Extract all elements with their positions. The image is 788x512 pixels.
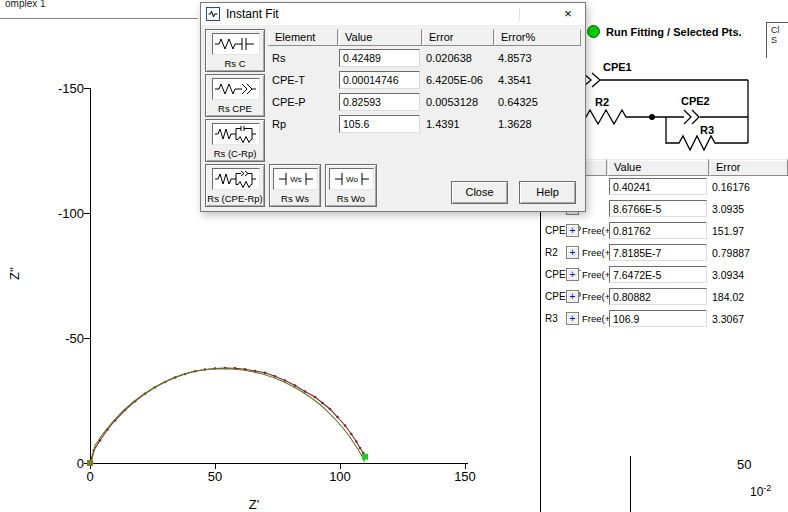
param-row: CPE2-P + Free(+) 184.02	[540, 286, 788, 308]
param-error: 184.02	[712, 291, 744, 303]
x-axis-line	[90, 463, 468, 464]
expand-plus-button[interactable]: +	[566, 224, 579, 237]
r3-label: R3	[700, 124, 714, 136]
button-label: Rs (CPE-Rp)	[206, 193, 264, 204]
param-name: R3	[545, 313, 558, 324]
circuit-node-dot	[649, 114, 655, 120]
param-value-input[interactable]	[609, 200, 707, 217]
fit-result-row: Rp 1.4391 1.3628	[201, 115, 585, 137]
param-name: R2	[545, 247, 558, 258]
dialog-titlebar[interactable]: Instant Fit ×	[201, 3, 585, 25]
fragment-text: S	[771, 35, 788, 45]
errorpct-column-header: Error%	[494, 29, 581, 46]
element-error: 1.4391	[426, 118, 460, 130]
expand-plus-button[interactable]: +	[566, 246, 579, 259]
value-column-header: Value	[338, 29, 422, 46]
param-value-input[interactable]	[609, 178, 707, 195]
param-value-input[interactable]	[609, 288, 707, 305]
y-tick	[84, 88, 90, 89]
param-error: 3.3067	[712, 313, 744, 325]
svg-text:Ws: Ws	[290, 175, 302, 184]
expand-plus-button[interactable]: +	[566, 268, 579, 281]
rs-ws-button[interactable]: Ws Rs Ws	[269, 164, 321, 207]
param-row: R2 + Free(+) 0.79887	[540, 242, 788, 264]
x-tick-label: 150	[445, 469, 485, 484]
close-icon[interactable]: ×	[553, 4, 583, 24]
param-error: 3.0935	[712, 203, 744, 215]
log-base: 10	[750, 485, 763, 499]
element-value-input[interactable]	[339, 115, 420, 133]
cpe2-branch-wire	[666, 110, 748, 124]
value-column-header: Value	[607, 159, 709, 176]
close-button[interactable]: Close	[451, 181, 508, 204]
param-row: R3 + Free(+) 3.3067	[540, 308, 788, 330]
rs-cpe-rp-icon	[212, 168, 260, 190]
r2-label: R2	[595, 96, 609, 108]
element-column-header: Element	[268, 29, 338, 46]
help-button[interactable]: Help	[519, 181, 576, 204]
window-edge-fragment: Cl S	[766, 22, 788, 58]
element-value-input[interactable]	[339, 49, 420, 67]
y-tick	[84, 338, 90, 339]
param-value-input[interactable]	[609, 310, 707, 327]
rs-wo-button[interactable]: Wo Rs Wo	[325, 164, 377, 207]
param-value-input[interactable]	[609, 244, 707, 261]
param-error: 0.16176	[712, 181, 750, 193]
y-tick-label: -150	[42, 81, 84, 96]
lower-plot-log-label: 10-2	[750, 483, 771, 499]
element-error: 0.0053128	[426, 96, 478, 108]
element-error-pct: 1.3628	[498, 118, 532, 130]
x-axis-title: Z'	[240, 497, 268, 512]
param-row: CPE2-T + Free(+) 3.0934	[540, 264, 788, 286]
y-axis-line	[90, 88, 91, 464]
y-axis-title: Z''	[7, 260, 22, 288]
expand-plus-button[interactable]: +	[566, 312, 579, 325]
element-error-pct: 4.8573	[498, 52, 532, 64]
cpe2-label: CPE2	[681, 95, 710, 107]
svg-text:Wo: Wo	[346, 175, 358, 184]
param-value-input[interactable]	[609, 266, 707, 283]
y-tick-label: -50	[42, 331, 84, 346]
rs-cpe-rp-button[interactable]: Rs (CPE-Rp)	[205, 164, 265, 207]
element-value-input[interactable]	[339, 93, 420, 111]
app-window: omplex 1 -150 -100 -50 0 0 50 100 150 Z'…	[0, 0, 788, 512]
fit-result-row: CPE-T 6.4205E-06 4.3541	[201, 71, 585, 93]
tab-label-fragment[interactable]: omplex 1	[5, 0, 46, 9]
y-tick-label: -100	[42, 206, 84, 221]
y-tick	[84, 213, 90, 214]
element-error: 0.020638	[426, 52, 472, 64]
expand-plus-button[interactable]: +	[566, 290, 579, 303]
param-row: CPE1-P + Free(+) 151.97	[540, 220, 788, 242]
log-exponent: -2	[763, 483, 771, 493]
run-fitting-button[interactable]: Run Fitting / Selected Pts.	[606, 26, 742, 38]
param-value-input[interactable]	[609, 222, 707, 239]
lower-plot-divider	[630, 456, 631, 512]
rs-ws-icon: Ws	[273, 168, 318, 190]
button-label: Rs Ws	[270, 193, 320, 204]
cpe1-branch-wire	[560, 73, 748, 143]
fit-result-row: Rs 0.020638 4.8573	[201, 49, 585, 71]
tab-bar-divider	[0, 18, 198, 19]
rs-wo-icon: Wo	[329, 168, 374, 190]
cpe1-label: CPE1	[603, 61, 632, 73]
element-name: Rs	[272, 52, 285, 64]
element-name: Rp	[272, 118, 286, 130]
element-name: CPE-T	[272, 74, 305, 86]
instant-fit-icon	[206, 7, 220, 21]
button-label: Rs Wo	[326, 193, 376, 204]
x-tick-label: 50	[195, 469, 235, 484]
titlebar-divider	[519, 8, 520, 21]
dialog-title: Instant Fit	[226, 7, 279, 21]
element-error-pct: 0.64325	[498, 96, 538, 108]
element-name: CPE-P	[272, 96, 306, 108]
button-label: Rs (C-Rp)	[206, 148, 264, 159]
param-error: 151.97	[712, 225, 744, 237]
lower-plot-tick-label: 50	[737, 457, 751, 472]
x-tick-label: 100	[320, 469, 360, 484]
param-error: 0.79887	[712, 247, 750, 259]
element-error-pct: 4.3541	[498, 74, 532, 86]
fit-result-row: CPE-P 0.0053128 0.64325	[201, 93, 585, 115]
error-column-header: Error	[422, 29, 494, 46]
element-value-input[interactable]	[339, 71, 420, 89]
fragment-text: Cl	[771, 25, 788, 35]
